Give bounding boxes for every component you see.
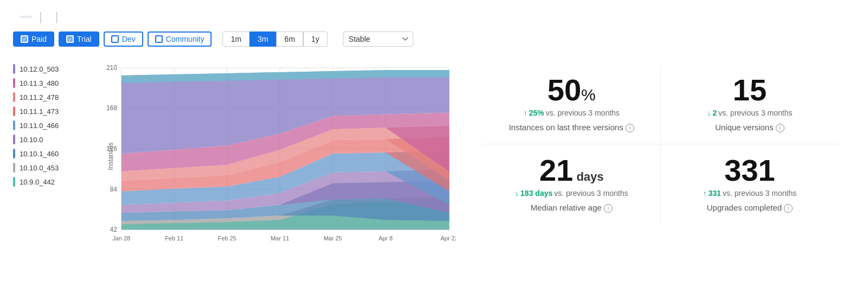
stat-main-value: 331 [677,155,822,186]
channel-select[interactable]: StableBetaEdge [343,31,413,47]
svg-text:42: 42 [110,226,118,233]
legend-item: 10.11.2_478 [13,92,89,102]
header-divider2: | [55,10,59,24]
time-btn-6m[interactable]: 6m [276,31,303,47]
stat-change: ↑ 25% vs. previous 3 months [499,109,644,117]
legend-item: 10.12.0_503 [13,64,89,74]
svg-text:168: 168 [106,104,117,112]
stat-change-value: 25% [529,109,544,117]
info-icon[interactable]: i [604,204,612,213]
legend-label: 10.10.0 [20,136,43,144]
filter-checkboxes: ✓Paid✓TrialDevCommunity [13,31,212,47]
checkbox-unchecked-icon [111,35,119,43]
stat-label: Instances on last three versions i [499,122,644,133]
legend-label: 10.11.0_466 [20,122,59,130]
svg-text:210: 210 [106,64,117,72]
legend-item: 10.10.1_460 [13,149,89,158]
stat-unit: % [581,86,596,104]
main-content: 10.12.0_50310.11.3_48010.11.2_47810.11.1… [0,53,868,256]
stat-main-value: 15 [677,75,822,105]
legend-color-swatch [13,177,15,187]
svg-text:Jan 28: Jan 28 [112,235,130,242]
svg-text:Mar 11: Mar 11 [271,235,289,242]
legend-color-swatch [13,78,15,88]
stat-change-desc: vs. previous 3 months [554,189,628,198]
stat-change-value: 183 days [520,189,552,198]
filter-label-trial: Trial [77,35,92,43]
checkbox-unchecked-icon [155,35,163,43]
stat-block-0: 50%↑ 25% vs. previous 3 monthsInstances … [483,64,661,144]
chart-legend: 10.12.0_50310.11.3_48010.11.2_47810.11.1… [13,53,89,256]
arrow-up-icon: ↑ [703,189,707,198]
stacked-area-chart: 210 168 126 84 42 Instances [100,53,456,254]
filter-checkbox-dev[interactable]: Dev [104,31,143,47]
stat-change-desc: vs. previous 3 months [546,109,620,117]
info-icon[interactable]: i [626,124,634,132]
stat-main-value: 50% [499,75,644,105]
alpha-badge [20,16,33,18]
legend-label: 10.10.0_453 [20,164,59,172]
legend-color-swatch [13,120,15,130]
filter-label-community: Community [166,35,205,43]
info-icon[interactable]: i [784,204,793,213]
stat-change-value: 2 [713,109,717,117]
stat-main-value: 21 days [499,155,644,186]
legend-label: 10.11.3_480 [20,79,59,87]
legend-item: 10.9.0_442 [13,177,89,187]
checkbox-checked-icon: ✓ [66,35,74,43]
arrow-up-icon: ↑ [524,109,527,117]
svg-text:Instances: Instances [107,142,114,170]
legend-color-swatch [13,135,15,144]
legend-label: 10.9.0_442 [20,178,55,186]
legend-item: 10.11.3_480 [13,78,89,88]
stat-block-2: 21 days↓ 183 days vs. previous 3 monthsM… [483,144,661,224]
filter-label-paid: Paid [31,35,47,43]
svg-text:Mar 25: Mar 25 [323,235,342,242]
stat-change-value: 331 [709,189,721,198]
time-btn-3m[interactable]: 3m [250,31,276,47]
stat-label: Unique versions i [677,122,822,133]
page-header: | | [0,0,868,29]
legend-item: 10.11.1_473 [13,106,89,116]
checkbox-checked-icon: ✓ [21,35,28,43]
time-btn-1m[interactable]: 1m [222,31,249,47]
svg-text:Feb 25: Feb 25 [218,235,237,242]
stat-label: Median relative age i [499,202,644,213]
svg-text:Apr 8: Apr 8 [379,235,393,242]
stat-change: ↓ 183 days vs. previous 3 months [499,189,644,198]
chart-area: 210 168 126 84 42 Instances [100,53,456,256]
legend-label: 10.10.1_460 [20,150,59,158]
controls-bar: ✓Paid✓TrialDevCommunity 1m3m6m1y StableB… [0,29,868,53]
filter-label-dev: Dev [122,35,136,43]
header-divider: | [39,10,42,24]
stats-panel: 50%↑ 25% vs. previous 3 monthsInstances … [467,53,855,256]
stat-block-1: 15↓ 2 vs. previous 3 monthsUnique versio… [661,64,839,144]
filter-checkbox-paid[interactable]: ✓Paid [13,31,54,47]
stat-block-3: 331↑ 331 vs. previous 3 monthsUpgrades c… [661,144,839,224]
arrow-down-icon: ↓ [707,109,711,117]
svg-text:Feb 11: Feb 11 [165,235,183,242]
stat-unit: days [573,170,604,183]
svg-text:Apr 22: Apr 22 [441,235,456,242]
legend-label: 10.12.0_503 [20,65,59,73]
legend-color-swatch [13,163,15,173]
legend-item: 10.11.0_466 [13,120,89,130]
stat-label: Upgrades completed i [677,202,822,213]
time-btn-1y[interactable]: 1y [303,31,328,47]
stat-change-desc: vs. previous 3 months [718,109,792,117]
legend-color-swatch [13,149,15,158]
legend-color-swatch [13,64,15,74]
stat-change: ↑ 331 vs. previous 3 months [677,189,822,198]
legend-item: 10.10.0 [13,135,89,144]
filter-checkbox-trial[interactable]: ✓Trial [59,31,99,47]
filter-checkbox-community[interactable]: Community [148,31,212,47]
time-range-buttons: 1m3m6m1y [222,31,327,47]
stat-change-desc: vs. previous 3 months [723,189,796,198]
info-icon[interactable]: i [776,124,784,132]
legend-label: 10.11.2_478 [20,93,59,101]
svg-text:84: 84 [110,186,118,193]
legend-color-swatch [13,92,15,102]
arrow-down-icon: ↓ [515,189,519,198]
legend-color-swatch [13,106,15,116]
stat-change: ↓ 2 vs. previous 3 months [677,109,822,117]
